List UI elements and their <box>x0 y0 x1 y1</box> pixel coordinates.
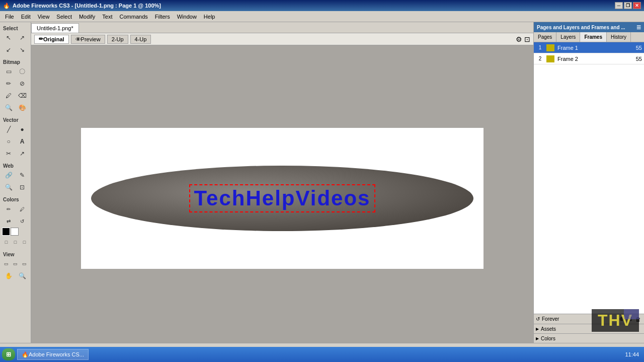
zoom-tool[interactable]: 🔍 <box>16 270 29 281</box>
title-bar-controls[interactable]: ─ ❐ ✕ <box>615 2 641 9</box>
colors-panel: ▶ Colors <box>534 333 644 343</box>
full-screen-no-menu-tool[interactable]: ▭ <box>20 258 29 269</box>
vector-label: Vector <box>1 116 30 123</box>
doc-main: Untitled-1.png* ✏ Original 👁 Preview 2-U… <box>31 22 533 362</box>
frame-row[interactable]: 2 Frame 2 55 <box>534 53 644 64</box>
knife-tool[interactable]: ↗ <box>16 148 29 159</box>
scale-tool[interactable]: ↙ <box>2 44 15 55</box>
default-colors-tool[interactable]: ↺ <box>16 215 29 227</box>
crop-tool[interactable]: ↘ <box>16 44 29 55</box>
taskbar-fireworks[interactable]: 🔥 Adobe Fireworks CS... <box>17 349 89 360</box>
frame-delay[interactable]: 55 <box>629 45 644 51</box>
colors-tools-row1: ✏ 🖊 <box>1 203 30 215</box>
history-tab[interactable]: History <box>607 32 631 42</box>
frame-icon <box>546 55 554 62</box>
magic-wand-tool[interactable]: ✏ <box>2 78 15 89</box>
slice-tool[interactable]: ✎ <box>16 170 29 181</box>
frame-name: Frame 1 <box>556 45 629 51</box>
four-up-tab[interactable]: 4-Up <box>130 35 151 44</box>
select-pointer-tool[interactable]: ↖ <box>2 32 15 43</box>
menu-window[interactable]: Window <box>174 13 200 21</box>
frame-delay[interactable]: 55 <box>629 56 644 62</box>
frame-row[interactable]: 1 Frame 1 55 <box>534 42 644 53</box>
two-up-tab[interactable]: 2-Up <box>107 35 128 44</box>
bitmap-tools-row2: ✏ ⊘ <box>1 78 30 90</box>
panel-title: Pages and Layers and Frames and ... <box>537 25 625 30</box>
bitmap-tools-row4: 🔍 🎨 <box>1 102 30 114</box>
swap-colors-tool[interactable]: ⇄ <box>2 215 15 227</box>
view-options-icon[interactable]: ⚙ <box>516 35 522 43</box>
vector-tools-row1: ╱ ● <box>1 123 30 135</box>
close-button[interactable]: ✕ <box>633 2 641 9</box>
menu-file[interactable]: File <box>2 13 17 21</box>
taskbar-clock: 11:44 <box>625 351 642 357</box>
colors-no-stroke-row: □ □ □ <box>1 236 30 248</box>
frame-number: 1 <box>534 45 546 50</box>
shape-tool[interactable]: ○ <box>2 136 15 147</box>
bitmap-tools-row3: 🖊 ⌫ <box>1 90 30 102</box>
menu-select[interactable]: Select <box>53 13 75 21</box>
freeform-tool[interactable]: ✂ <box>2 148 15 159</box>
menu-filters[interactable]: Filters <box>152 13 173 21</box>
text-tool[interactable]: A <box>16 136 29 147</box>
restore-button[interactable]: ❐ <box>624 2 632 9</box>
original-tab[interactable]: ✏ Original <box>34 35 69 44</box>
vector-path-tool[interactable]: ● <box>16 124 29 135</box>
taskbar: ⊞ 🔥 Adobe Fireworks CS... 11:44 <box>0 347 644 362</box>
colors-panel-label: Colors <box>541 336 555 341</box>
original-icon: ✏ <box>39 36 43 42</box>
view-tools-label: View <box>1 250 30 258</box>
menu-text[interactable]: Text <box>99 13 115 21</box>
marquee-tool[interactable]: ▭ <box>2 66 15 77</box>
fill-color-tool[interactable]: 🖊 <box>16 203 29 214</box>
taskbar-app-label: Adobe Fireworks CS... <box>29 351 84 357</box>
window-title: Adobe Fireworks CS3 - [Untitled-1.png : … <box>13 3 161 9</box>
lasso-tool[interactable]: 〇 <box>16 66 29 77</box>
web-label: Web <box>1 162 30 169</box>
view-maximize-icon[interactable]: ⊡ <box>524 35 530 43</box>
menu-edit[interactable]: Edit <box>18 13 34 21</box>
select-subselect-tool[interactable]: ↗ <box>16 32 29 43</box>
standard-screen-tool[interactable]: ▭ <box>2 258 11 269</box>
stroke-swatch[interactable] <box>11 228 19 236</box>
preview-icon: 👁 <box>75 36 81 42</box>
show-slices-tool[interactable]: ⊡ <box>16 182 29 193</box>
no-stroke-tool[interactable]: □ <box>2 237 11 248</box>
colors-tools-row2: ⇄ ↺ <box>1 215 30 227</box>
pen-tool[interactable]: ╱ <box>2 124 15 135</box>
loop-icon: ↺ <box>536 316 540 322</box>
start-button[interactable]: ⊞ <box>2 348 15 360</box>
preview-tab[interactable]: 👁 Preview <box>71 35 105 44</box>
hide-slices-tool[interactable]: 🔍 <box>2 182 15 193</box>
menu-help[interactable]: Help <box>201 13 218 21</box>
stroke-color-tool[interactable]: ✏ <box>2 203 15 214</box>
brush-tool[interactable]: 🖊 <box>2 90 15 101</box>
title-bar: 🔥 Adobe Fireworks CS3 - [Untitled-1.png … <box>0 0 644 11</box>
no-fill-tool[interactable]: □ <box>11 237 20 248</box>
minimize-button[interactable]: ─ <box>615 2 623 9</box>
canvas-text[interactable]: TechHelpVideos <box>189 184 376 212</box>
eraser-tool[interactable]: ⌫ <box>16 90 29 101</box>
fill-swatch[interactable] <box>2 228 10 236</box>
blur-tool[interactable]: 🔍 <box>2 102 15 113</box>
menu-view[interactable]: View <box>35 13 53 21</box>
hotspot-tool[interactable]: 🔗 <box>2 170 15 181</box>
both-fill-tool[interactable]: □ <box>20 237 29 248</box>
doc-tab[interactable]: Untitled-1.png* <box>31 23 79 33</box>
rubber-stamp-tool[interactable]: ⊘ <box>16 78 29 89</box>
frames-tab[interactable]: Frames <box>580 32 607 42</box>
panel-menu-icon[interactable]: ☰ <box>636 25 641 30</box>
bitmap-tools-row1: ▭ 〇 <box>1 65 30 78</box>
loop-label: Forever <box>542 316 559 322</box>
colors-header[interactable]: ▶ Colors <box>534 334 644 343</box>
hand-tool[interactable]: ✋ <box>2 270 15 281</box>
full-screen-tool[interactable]: ▭ <box>11 258 20 269</box>
frames-list: 1 Frame 1 55 2 Frame 2 55 <box>534 42 644 314</box>
vector-tools-row3: ✂ ↗ <box>1 148 30 160</box>
pages-tab[interactable]: Pages <box>534 32 556 42</box>
menu-modify[interactable]: Modify <box>76 13 98 21</box>
smudge-tool[interactable]: 🎨 <box>16 102 29 113</box>
left-toolbar: Select ↖ ↗ ↙ ↘ Bitmap ▭ 〇 ✏ ⊘ 🖊 ⌫ 🔍 🎨 Ve… <box>0 22 31 362</box>
layers-tab[interactable]: Layers <box>556 32 580 42</box>
menu-commands[interactable]: Commands <box>117 13 151 21</box>
